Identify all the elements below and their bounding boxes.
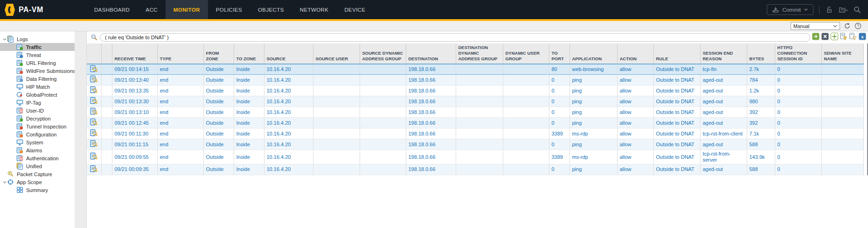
sidebar-item-authentication[interactable]: Authentication	[0, 154, 75, 162]
cell-application[interactable]: ms-rdp	[569, 128, 617, 139]
cell-type[interactable]: end	[157, 139, 203, 150]
cell-source[interactable]: 10.16.4.20	[264, 139, 313, 150]
cell-source[interactable]: 10.16.4.20	[264, 86, 313, 96]
cell-application[interactable]: ping	[569, 118, 617, 128]
log-detail-icon[interactable]	[87, 128, 101, 139]
cell-destination[interactable]: 198.18.0.66	[406, 86, 456, 96]
refresh-icon[interactable]	[844, 22, 851, 29]
log-detail-icon[interactable]	[87, 118, 101, 128]
cell-bytes[interactable]: 143.9k	[747, 150, 775, 164]
cell-rule[interactable]: Outside to DNAT	[653, 107, 700, 118]
search-icon[interactable]	[853, 6, 861, 14]
tab-dashboard[interactable]: DASHBOARD	[86, 0, 138, 19]
cell-to-zone[interactable]: Inside	[234, 139, 264, 150]
cell-action[interactable]: allow	[617, 164, 653, 175]
cell-action[interactable]: allow	[617, 96, 653, 107]
table-row[interactable]: 09/21 00:13:35endOutsideInside10.16.4.20…	[87, 86, 863, 96]
log-detail-icon[interactable]	[87, 107, 101, 118]
add-filter-icon[interactable]	[831, 33, 838, 42]
cell-from-zone[interactable]: Outside	[203, 128, 234, 139]
pane-splitter[interactable]	[75, 31, 87, 228]
tab-device[interactable]: DEVICE	[336, 0, 373, 19]
cell-type[interactable]: end	[157, 75, 203, 86]
cell-rule[interactable]: Outside to DNAT	[653, 75, 700, 86]
cell-action[interactable]: allow	[617, 75, 653, 86]
column-header-bytes[interactable]: BYTES	[747, 43, 775, 64]
column-header-action[interactable]: ACTION	[617, 43, 653, 64]
column-header-from-zone[interactable]: FROM ZONE	[203, 43, 234, 64]
cell-destination[interactable]: 198.18.0.66	[406, 164, 456, 175]
column-header-to-port[interactable]: TO PORT	[549, 43, 569, 64]
cell-to-port[interactable]: 0	[549, 86, 569, 96]
cell-from-zone[interactable]: Outside	[203, 64, 234, 75]
column-header-session-end-reason[interactable]: SESSION END REASON	[700, 43, 747, 64]
sidebar-item-unified[interactable]: Unified	[0, 162, 75, 170]
cell-to-zone[interactable]: Inside	[234, 86, 264, 96]
cell-http2-session-id[interactable]: 0	[775, 118, 821, 128]
cell-session-end-reason[interactable]: aged-out	[700, 86, 747, 96]
refresh-mode-select[interactable]: Manual	[791, 22, 840, 30]
log-detail-icon[interactable]	[87, 75, 101, 86]
cell-destination[interactable]: 198.18.0.66	[406, 107, 456, 118]
column-header-dynamic-user-group[interactable]: DYNAMIC USER GROUP	[503, 43, 549, 64]
apply-filter-icon[interactable]	[812, 33, 819, 42]
cell-destination[interactable]: 198.18.0.66	[406, 75, 456, 86]
column-header-type[interactable]: TYPE	[157, 43, 203, 64]
cell-to-port[interactable]: 0	[549, 75, 569, 86]
cell-action[interactable]: allow	[617, 118, 653, 128]
cell-http2-session-id[interactable]: 0	[775, 64, 821, 75]
cell-from-zone[interactable]: Outside	[203, 75, 234, 86]
cell-source[interactable]: 10.16.4.20	[264, 64, 313, 75]
cell-destination[interactable]: 198.18.0.66	[406, 139, 456, 150]
cell-source[interactable]: 10.16.4.20	[264, 118, 313, 128]
cell-source[interactable]: 10.16.4.20	[264, 150, 313, 164]
cell-http2-session-id[interactable]: 0	[775, 128, 821, 139]
cell-receive-time[interactable]: 09/21 00:13:35	[112, 86, 157, 96]
sidebar-item-tunnel-inspection[interactable]: Tunnel Inspection	[0, 122, 75, 130]
cell-session-end-reason[interactable]: aged-out	[700, 75, 747, 86]
log-detail-icon[interactable]	[87, 96, 101, 107]
cell-rule[interactable]: Outside to DNAT	[653, 96, 700, 107]
sidebar-item-data-filtering[interactable]: Data Filtering	[0, 75, 75, 83]
table-row[interactable]: 09/21 00:13:10endOutsideInside10.16.4.20…	[87, 107, 863, 118]
cell-from-zone[interactable]: Outside	[203, 139, 234, 150]
cell-source[interactable]: 10.16.4.20	[264, 96, 313, 107]
save-filter-icon[interactable]	[840, 33, 847, 42]
cell-receive-time[interactable]: 09/21 00:09:55	[112, 150, 157, 164]
unlock-icon[interactable]	[825, 6, 833, 14]
sidebar-item-summary[interactable]: Summary	[0, 186, 75, 194]
cell-receive-time[interactable]: 09/21 00:14:15	[112, 64, 157, 75]
cell-from-zone[interactable]: Outside	[203, 118, 234, 128]
table-row[interactable]: 09/21 00:09:35endOutsideInside10.16.4.20…	[87, 164, 863, 175]
cell-rule[interactable]: Outside to DNAT	[653, 150, 700, 164]
config-sync-icon[interactable]	[839, 6, 847, 14]
cell-type[interactable]: end	[157, 64, 203, 75]
cell-action[interactable]: allow	[617, 107, 653, 118]
commit-button[interactable]: Commit	[767, 4, 813, 15]
cell-bytes[interactable]: 588	[747, 164, 775, 175]
cell-receive-time[interactable]: 09/21 00:13:30	[112, 96, 157, 107]
cell-to-port[interactable]: 0	[549, 118, 569, 128]
column-header-sdwan-site-name[interactable]: SDWAN SITE NAME	[821, 43, 863, 64]
cell-http2-session-id[interactable]: 0	[775, 86, 821, 96]
cell-to-port[interactable]: 3389	[549, 150, 569, 164]
cell-bytes[interactable]: 392	[747, 107, 775, 118]
cell-type[interactable]: end	[157, 107, 203, 118]
sidebar-item-threat[interactable]: Threat	[0, 51, 75, 59]
cell-receive-time[interactable]: 09/21 00:13:10	[112, 107, 157, 118]
help-icon[interactable]: ?	[854, 22, 861, 29]
chevron-down-icon[interactable]	[2, 180, 7, 185]
log-detail-icon[interactable]	[87, 64, 101, 75]
cell-destination[interactable]: 198.18.0.66	[406, 96, 456, 107]
column-header-http2-session-id[interactable]: HTTP/2 CONNECTION SESSION ID	[775, 43, 821, 64]
log-detail-icon[interactable]	[87, 164, 101, 175]
sidebar-item-decryption[interactable]: Decryption	[0, 114, 75, 122]
column-header-rule[interactable]: RULE	[653, 43, 700, 64]
log-detail-icon[interactable]	[87, 150, 101, 164]
tab-network[interactable]: NETWORK	[292, 0, 337, 19]
cell-receive-time[interactable]: 09/21 00:11:30	[112, 128, 157, 139]
sidebar-item-packet-capture[interactable]: Packet Capture	[0, 170, 75, 178]
table-row[interactable]: 09/21 00:13:40endOutsideInside10.16.4.20…	[87, 75, 863, 86]
load-filter-icon[interactable]	[849, 33, 857, 42]
cell-action[interactable]: allow	[617, 139, 653, 150]
